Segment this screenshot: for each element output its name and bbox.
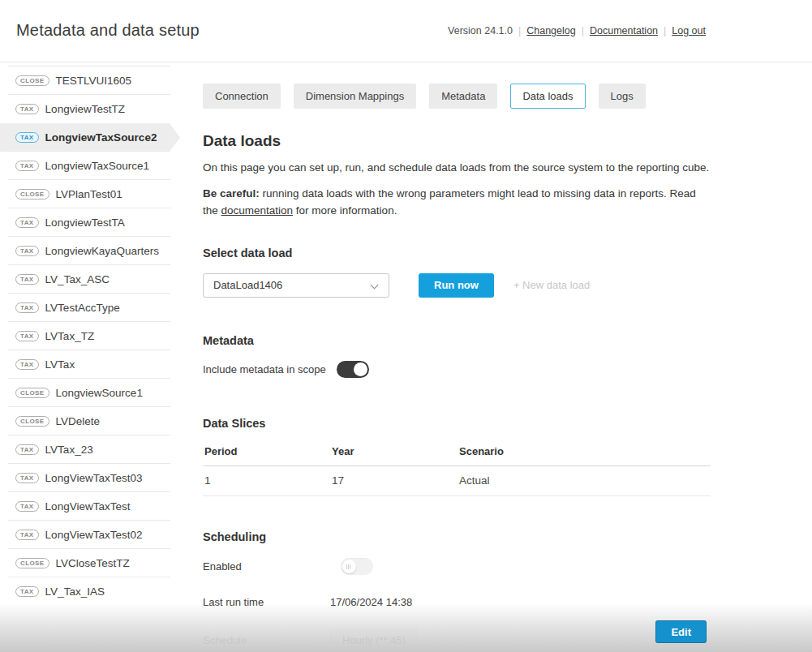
column-header-scenario: Scenario [458,438,711,466]
tax-type-badge: TAX [15,359,39,370]
toggle-knob [342,560,356,573]
sidebar-item-LVTax_TZ[interactable]: TAXLVTax_TZ [0,322,188,350]
documentation-inline-link[interactable]: documentation [221,204,294,217]
sidebar-item-label: LVTax_23 [45,444,93,456]
sidebar-item-LVTestAccType[interactable]: TAXLVTestAccType [0,294,188,322]
documentation-link[interactable]: Documentation [590,25,658,36]
tax-type-badge: TAX [15,274,39,285]
sidebar-item-LongviewTaxSource1[interactable]: TAXLongviewTaxSource1 [0,152,188,180]
tax-type-badge: TAX [15,586,39,597]
tax-type-badge: TAX [15,161,39,171]
sidebar-item-label: LongviewTaxSource2 [45,131,157,144]
separator: | [582,25,584,36]
warning-text: Be careful: running data loads with the … [203,186,711,219]
page-header: Metadata and data setup Version 24.1.0|C… [0,0,812,62]
sidebar-item-LongviewSource1[interactable]: CLOSELongviewSource1 [0,379,188,407]
sidebar-item-LongviewKayaQuarters[interactable]: TAXLongviewKayaQuarters [0,237,188,265]
tab-data-loads[interactable]: Data loads [510,84,585,109]
tab-connection[interactable]: Connection [203,84,281,109]
sidebar-item-LongviewTestTA[interactable]: TAXLongviewTestTA [0,208,188,237]
changelog-link[interactable]: Changelog [526,25,575,36]
sidebar-item-label: LongViewTaxTest02 [45,529,143,541]
tab-dimension-mappings[interactable]: Dimension Mappings [294,84,416,109]
metadata-section: Metadata Include metadata in scope [203,334,711,378]
header-meta: Version 24.1.0|Changelog|Documentation|L… [448,25,706,36]
tax-type-badge: TAX [15,501,39,512]
close-type-badge: CLOSE [15,75,49,86]
tax-type-badge: TAX [15,132,39,143]
warning-text-2: for more information. [293,204,397,217]
tax-type-badge: TAX [15,302,39,313]
sidebar-item-label: LongviewKayaQuarters [45,245,159,257]
sidebar-item-LVDelete[interactable]: CLOSELVDelete [0,407,188,435]
sidebar-item-LongViewTaxTest03[interactable]: TAXLongViewTaxTest03 [0,464,188,492]
select-data-load-section: Select data load DataLoad1406 Run now + … [203,247,711,298]
table-header-row: PeriodYearScenario [203,438,711,466]
data-loads-heading: Data loads [203,132,711,150]
sidebar-item-LV_Tax_IAS[interactable]: TAXLV_Tax_IAS [0,577,188,606]
sidebar-item-label: TESTLVUI1605 [56,75,132,87]
sidebar-item-LongViewTaxTest02[interactable]: TAXLongViewTaxTest02 [0,521,188,549]
new-data-load-button[interactable]: + New data load [513,279,590,291]
tax-type-badge: TAX [15,331,39,341]
sidebar-item-label: LongViewTaxTest03 [45,472,143,484]
close-type-badge: CLOSE [15,388,49,398]
main-content: ConnectionDimension MappingsMetadataData… [203,84,711,652]
include-metadata-toggle[interactable] [337,361,369,378]
sidebar-item-LongviewTaxSource2[interactable]: TAXLongviewTaxSource2 [0,123,180,152]
tax-type-badge: TAX [15,217,39,228]
run-now-button[interactable]: Run now [419,273,494,298]
sidebar-item-LVCloseTestTZ[interactable]: CLOSELVCloseTestTZ [0,549,188,577]
metadata-heading: Metadata [203,334,711,347]
data-slices-table: PeriodYearScenario 117Actual [203,438,711,496]
sidebar-item-label: LongviewSource1 [56,387,143,399]
toggle-knob [354,362,367,376]
enabled-row: Enabled [203,557,711,577]
tax-type-badge: TAX [15,444,39,455]
sidebar-item-label: LongviewTestTA [45,217,125,229]
separator: | [664,25,666,36]
sidebar-item-label: LV_Tax_IAS [45,586,105,598]
logout-link[interactable]: Log out [672,25,706,36]
close-type-badge: CLOSE [15,416,49,427]
sidebar-item-LongViewTaxTest[interactable]: TAXLongViewTaxTest [0,492,188,521]
sidebar-item-LVPlanTest01[interactable]: CLOSELVPlanTest01 [0,180,188,208]
page-title: Metadata and data setup [16,21,200,40]
close-type-badge: CLOSE [15,189,49,199]
sidebar-item-LVTax_23[interactable]: TAXLVTax_23 [0,435,188,464]
tab-bar: ConnectionDimension MappingsMetadataData… [203,84,711,109]
sidebar-item-label: LVPlanTest01 [56,188,122,200]
sidebar-item-TESTLVUI1605[interactable]: CLOSETESTLVUI1605 [0,66,188,95]
data-load-select[interactable]: DataLoad1406 [203,273,389,298]
schedule-enabled-toggle[interactable] [341,558,373,575]
column-header-year: Year [330,438,458,466]
version-label: Version 24.1.0 [448,25,513,36]
select-data-load-row: DataLoad1406 Run now + New data load [203,273,711,298]
tax-type-badge: TAX [15,473,39,483]
table-cell: Actual [458,465,711,495]
warning-bold: Be careful: [203,187,260,199]
sidebar-item-label: LV_Tax_ASC [45,273,110,285]
sidebar-item-label: LVCloseTestTZ [56,557,130,569]
scheduling-heading: Scheduling [203,530,711,543]
chevron-down-icon [371,281,379,289]
table-cell: 17 [330,465,458,495]
sidebar-item-LVTax[interactable]: TAXLVTax [0,350,188,379]
enabled-label: Enabled [203,560,330,573]
sidebar-item-label: LVTestAccType [45,302,120,314]
sidebar-item-label: LongviewTestTZ [45,103,125,115]
sidebar-item-LV_Tax_ASC[interactable]: TAXLV_Tax_ASC [0,265,188,294]
tab-logs[interactable]: Logs [599,84,646,109]
tab-metadata[interactable]: Metadata [429,84,497,109]
sidebar-item-LongviewTestTZ[interactable]: TAXLongviewTestTZ [0,95,188,123]
data-slices-heading: Data Slices [203,417,711,430]
tax-type-badge: TAX [15,104,39,114]
edit-button[interactable]: Edit [655,620,707,643]
data-load-select-value: DataLoad1406 [213,279,282,291]
select-data-load-heading: Select data load [203,247,711,260]
include-metadata-row: Include metadata in scope [203,361,711,378]
sidebar-item-label: LVDelete [56,415,101,427]
footer-bar: Edit [0,603,812,652]
column-header-period: Period [203,438,330,466]
tax-type-badge: TAX [15,246,39,256]
